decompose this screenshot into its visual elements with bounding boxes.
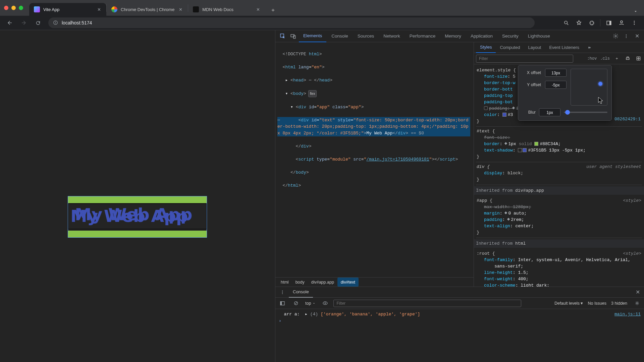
tab-application[interactable]: Application bbox=[466, 30, 497, 42]
site-info-icon[interactable] bbox=[53, 20, 58, 25]
extensions-button[interactable] bbox=[586, 17, 597, 28]
inherited-link[interactable]: div#app.app bbox=[515, 188, 544, 193]
hidden-count[interactable]: 3 hidden bbox=[611, 301, 627, 306]
crumb-app[interactable]: div#app.app bbox=[308, 278, 337, 287]
tab-memory[interactable]: Memory bbox=[440, 30, 466, 42]
new-style-rule-button[interactable]: ＋ bbox=[613, 55, 621, 62]
shadow-editor-popover[interactable]: X offset13px Y offset-5px Blur 1px bbox=[518, 65, 612, 121]
drawer-more-button[interactable] bbox=[277, 288, 287, 297]
minimize-window-button[interactable] bbox=[11, 6, 16, 10]
clear-console-button[interactable] bbox=[291, 299, 301, 308]
menu-button[interactable] bbox=[629, 17, 640, 28]
blur-slider-handle[interactable] bbox=[565, 110, 570, 115]
sidebar-toggle-button[interactable] bbox=[277, 299, 287, 308]
back-button[interactable] bbox=[4, 17, 15, 28]
log-source-link[interactable]: main.js:11 bbox=[614, 311, 641, 318]
shadow-offset-pad[interactable] bbox=[571, 69, 607, 106]
panel-icon bbox=[606, 20, 612, 26]
drawer-close-button[interactable]: ✕ bbox=[633, 288, 642, 297]
subtab-computed[interactable]: Computed bbox=[496, 42, 524, 53]
close-tab-button[interactable]: ✕ bbox=[96, 7, 102, 12]
close-window-button[interactable] bbox=[4, 6, 8, 10]
eye-icon bbox=[322, 300, 328, 306]
toggle-prop-checkbox[interactable] bbox=[484, 106, 488, 110]
device-toolbar-button[interactable] bbox=[288, 32, 298, 41]
more-button[interactable] bbox=[621, 32, 631, 41]
context-selector[interactable]: top bbox=[304, 300, 317, 307]
svg-rect-19 bbox=[627, 57, 629, 58]
dots-vertical-icon bbox=[632, 20, 637, 25]
rule-origin[interactable]: <style> bbox=[623, 197, 641, 204]
styles-filter-input[interactable] bbox=[476, 55, 573, 63]
computed-panel-button[interactable] bbox=[635, 55, 642, 62]
log-levels-selector[interactable]: Default levels ▾ bbox=[554, 301, 583, 306]
cls-toggle[interactable]: .cls bbox=[600, 56, 610, 61]
flex-badge[interactable]: flex bbox=[308, 90, 317, 98]
dom-tree[interactable]: <!DOCTYPE html> <html lang="en"> ▸ <head… bbox=[275, 42, 474, 277]
dots-vertical-icon bbox=[624, 34, 629, 39]
blur-input[interactable]: 1px bbox=[539, 108, 560, 116]
tab-console[interactable]: Console bbox=[327, 30, 353, 42]
dots-vertical-icon bbox=[280, 290, 285, 295]
tabstrip-chevron-button[interactable] bbox=[631, 7, 640, 16]
print-media-button[interactable] bbox=[624, 55, 631, 62]
subtab-styles[interactable]: Styles bbox=[476, 42, 496, 53]
browser-tab[interactable]: Vite App ✕ bbox=[29, 3, 106, 16]
chevrons-right-icon bbox=[587, 45, 592, 50]
app-text-element[interactable]: My Web App bbox=[68, 196, 207, 237]
blur-slider[interactable] bbox=[564, 112, 607, 113]
maximize-window-button[interactable] bbox=[19, 6, 23, 10]
subtab-layout[interactable]: Layout bbox=[524, 42, 545, 53]
style-source-link[interactable]: 08262429:1 bbox=[614, 116, 641, 122]
close-devtools-button[interactable]: ✕ bbox=[632, 32, 642, 41]
tab-network[interactable]: Network bbox=[379, 30, 405, 42]
live-expression-button[interactable] bbox=[320, 299, 330, 308]
crumb-text[interactable]: div#text bbox=[337, 278, 359, 287]
tab-elements[interactable]: Elements bbox=[299, 30, 326, 42]
drawer-tab-console[interactable]: Console bbox=[289, 287, 313, 298]
rule-origin[interactable]: <style> bbox=[623, 250, 641, 257]
close-tab-button[interactable]: ✕ bbox=[178, 7, 183, 12]
tab-sources[interactable]: Sources bbox=[353, 30, 379, 42]
console-filter-input[interactable] bbox=[333, 300, 521, 307]
profile-button[interactable] bbox=[616, 17, 627, 28]
settings-button[interactable] bbox=[610, 32, 621, 41]
subtabs-more-button[interactable] bbox=[585, 43, 594, 52]
shadow-offset-handle[interactable] bbox=[598, 82, 602, 86]
issues-indicator[interactable]: No Issues bbox=[588, 301, 606, 306]
omnibox[interactable]: localhost:5174 bbox=[48, 17, 535, 28]
inherited-link[interactable]: html bbox=[515, 241, 526, 246]
new-tab-button[interactable]: ＋ bbox=[267, 4, 279, 16]
svg-point-31 bbox=[325, 303, 326, 304]
x-offset-input[interactable]: 13px bbox=[545, 69, 567, 77]
forward-button[interactable] bbox=[18, 17, 30, 28]
browser-tab[interactable]: Chrome DevTools | Chrome ✕ bbox=[107, 3, 188, 16]
reload-button[interactable] bbox=[32, 17, 44, 28]
tab-security[interactable]: Security bbox=[498, 30, 523, 42]
devtools: Elements Console Sources Network Perform… bbox=[275, 30, 644, 362]
bookmark-button[interactable] bbox=[573, 17, 585, 28]
svg-point-9 bbox=[634, 22, 635, 23]
crumb-body[interactable]: body bbox=[292, 278, 308, 287]
close-tab-button[interactable]: ✕ bbox=[255, 7, 261, 12]
console-output[interactable]: main.js:11 arr a: ▸ (4) ['orange', 'bana… bbox=[275, 309, 644, 362]
subtab-listeners[interactable]: Event Listeners bbox=[545, 42, 583, 53]
crumb-html[interactable]: html bbox=[277, 278, 292, 287]
style-rules[interactable]: element.style { font-size: 5 border-top-… bbox=[474, 64, 644, 287]
printer-icon bbox=[625, 56, 630, 61]
tab-performance[interactable]: Performance bbox=[405, 30, 440, 42]
console-settings-button[interactable] bbox=[632, 299, 642, 308]
zoom-button[interactable] bbox=[560, 17, 572, 28]
hov-toggle[interactable]: :hov bbox=[587, 56, 597, 61]
toolbar-separator bbox=[600, 19, 600, 26]
browser-tab[interactable]: MDN Web Docs ✕ bbox=[188, 3, 265, 16]
rendered-page: My Web App bbox=[0, 30, 275, 362]
inspect-element-button[interactable] bbox=[277, 32, 287, 41]
console-prompt[interactable]: › bbox=[279, 318, 641, 324]
y-offset-input[interactable]: -5px bbox=[545, 81, 567, 89]
svg-point-23 bbox=[282, 290, 283, 291]
elements-panel: <!DOCTYPE html> <html lang="en"> ▸ <head… bbox=[275, 42, 474, 287]
side-panel-button[interactable] bbox=[603, 17, 614, 28]
puzzle-icon bbox=[589, 20, 595, 26]
tab-lighthouse[interactable]: Lighthouse bbox=[524, 30, 554, 42]
